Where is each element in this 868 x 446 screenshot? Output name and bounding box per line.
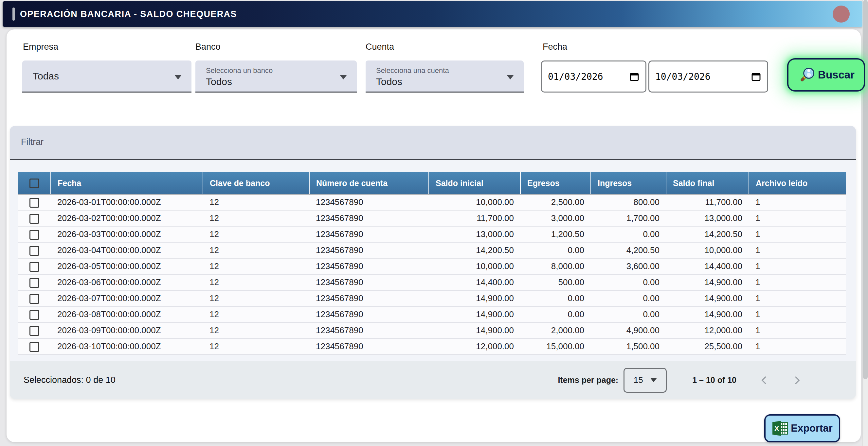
select-all-checkbox[interactable]	[29, 178, 39, 188]
calendar-icon[interactable]	[751, 71, 761, 82]
cell-ingresos: 0.00	[591, 226, 666, 242]
cuenta-select[interactable]: Selecciona una cuenta Todos	[366, 61, 524, 93]
cell-cuenta: 1234567890	[309, 322, 429, 338]
cell-archivo: 1	[749, 306, 846, 322]
cell-ingresos: 0.00	[591, 274, 666, 290]
table-card: Filtrar FechaClave de bancoNúmero de cue…	[10, 126, 856, 399]
previous-page-button[interactable]	[760, 375, 769, 385]
filtrar-placeholder: Filtrar	[21, 137, 43, 147]
row-checkbox[interactable]	[29, 262, 39, 272]
row-checkbox-cell	[18, 306, 51, 322]
cell-fecha: 2026-03-02T00:00:00.000Z	[51, 210, 203, 226]
cell-egresos: 0.00	[520, 290, 591, 306]
cell-saldo_final: 14,900.00	[666, 274, 749, 290]
cell-ingresos: 0.00	[591, 290, 666, 306]
row-checkbox-cell	[18, 226, 51, 242]
cell-ingresos: 1,500.00	[591, 338, 666, 354]
row-checkbox[interactable]	[29, 310, 39, 320]
cuenta-placeholder: Selecciona una cuenta	[376, 66, 449, 75]
title-accent-bar	[12, 7, 15, 21]
cell-saldo_final: 10,000.00	[666, 242, 749, 258]
row-checkbox[interactable]	[29, 342, 39, 352]
filtrar-input[interactable]: Filtrar	[10, 126, 856, 160]
page-range: 1 – 10 of 10	[692, 375, 737, 385]
empresa-select[interactable]: Todas	[22, 61, 191, 93]
row-checkbox-cell	[18, 242, 51, 258]
row-checkbox-cell	[18, 274, 51, 290]
cell-saldo_inicial: 12,000.00	[429, 338, 520, 354]
cell-fecha: 2026-03-06T00:00:00.000Z	[51, 274, 203, 290]
cell-saldo_final: 14,400.00	[666, 258, 749, 274]
row-checkbox[interactable]	[29, 246, 39, 256]
page-size-select[interactable]: 15	[623, 368, 667, 393]
cell-saldo_final: 14,900.00	[666, 306, 749, 322]
cell-cuenta: 1234567890	[309, 338, 429, 354]
row-checkbox[interactable]	[29, 214, 39, 224]
cell-cuenta: 1234567890	[309, 194, 429, 210]
row-checkbox[interactable]	[29, 278, 39, 288]
table-row: 2026-03-02T00:00:00.000Z12123456789011,7…	[18, 210, 846, 226]
cell-fecha: 2026-03-01T00:00:00.000Z	[51, 194, 203, 210]
chevron-down-icon	[175, 75, 182, 79]
buscar-button[interactable]: Buscar	[787, 58, 865, 92]
exportar-button-label: Exportar	[791, 422, 832, 434]
cell-cuenta: 1234567890	[309, 290, 429, 306]
cell-cuenta: 1234567890	[309, 226, 429, 242]
row-checkbox[interactable]	[29, 294, 39, 304]
column-header-saldo_final: Saldo final	[666, 172, 749, 194]
cell-archivo: 1	[749, 338, 846, 354]
empresa-label: Empresa	[23, 42, 58, 52]
results-table: FechaClave de bancoNúmero de cuentaSaldo…	[18, 172, 846, 355]
scrollbar-thumb[interactable]	[863, 0, 868, 379]
calendar-icon[interactable]	[629, 71, 640, 82]
cell-fecha: 2026-03-10T00:00:00.000Z	[51, 338, 203, 354]
cell-ingresos: 4,900.00	[591, 322, 666, 338]
cell-egresos: 1,200.50	[520, 226, 591, 242]
table-wrapper: FechaClave de bancoNúmero de cuentaSaldo…	[18, 172, 846, 355]
row-checkbox[interactable]	[29, 326, 39, 336]
fecha-from-input[interactable]: 01/03/2026	[541, 61, 646, 93]
row-checkbox[interactable]	[29, 198, 39, 208]
cell-fecha: 2026-03-03T00:00:00.000Z	[51, 226, 203, 242]
fecha-to-input[interactable]: 10/03/2026	[648, 61, 768, 93]
cell-archivo: 1	[749, 290, 846, 306]
row-checkbox-cell	[18, 338, 51, 354]
cell-clave: 12	[203, 338, 309, 354]
cell-cuenta: 1234567890	[309, 306, 429, 322]
exportar-button[interactable]: X Exportar	[764, 414, 840, 442]
banco-select[interactable]: Selecciona un banco Todos	[195, 61, 357, 93]
banco-label: Banco	[195, 42, 221, 52]
cell-saldo_inicial: 14,200.50	[429, 242, 520, 258]
cell-clave: 12	[203, 194, 309, 210]
cell-cuenta: 1234567890	[309, 210, 429, 226]
select-all-header-cell	[18, 172, 51, 194]
cell-saldo_inicial: 13,000.00	[429, 226, 520, 242]
table-row: 2026-03-07T00:00:00.000Z12123456789014,9…	[18, 290, 846, 306]
chevron-down-icon	[340, 75, 347, 79]
cell-egresos: 8,000.00	[520, 258, 591, 274]
cell-saldo_final: 14,900.00	[666, 290, 749, 306]
row-checkbox-cell	[18, 322, 51, 338]
cell-saldo_final: 13,000.00	[666, 210, 749, 226]
cell-clave: 12	[203, 210, 309, 226]
cell-fecha: 2026-03-05T00:00:00.000Z	[51, 258, 203, 274]
cell-saldo_inicial: 10,000.00	[429, 258, 520, 274]
cell-egresos: 2,000.00	[520, 322, 591, 338]
page-size-value: 15	[634, 375, 643, 385]
row-checkbox[interactable]	[29, 230, 39, 240]
cell-cuenta: 1234567890	[309, 242, 429, 258]
column-header-saldo_inicial: Saldo inicial	[429, 172, 520, 194]
column-header-ingresos: Ingresos	[591, 172, 666, 194]
next-page-button[interactable]	[792, 375, 802, 385]
cell-saldo_inicial: 14,400.00	[429, 274, 520, 290]
fecha-to-value: 10/03/2026	[655, 71, 711, 82]
table-row: 2026-03-05T00:00:00.000Z12123456789010,0…	[18, 258, 846, 274]
cell-ingresos: 0.00	[591, 306, 666, 322]
avatar[interactable]	[833, 6, 850, 23]
table-row: 2026-03-10T00:00:00.000Z12123456789012,0…	[18, 338, 846, 354]
column-header-egresos: Egresos	[520, 172, 591, 194]
cell-archivo: 1	[749, 258, 846, 274]
cell-archivo: 1	[749, 322, 846, 338]
row-checkbox-cell	[18, 194, 51, 210]
cell-clave: 12	[203, 322, 309, 338]
